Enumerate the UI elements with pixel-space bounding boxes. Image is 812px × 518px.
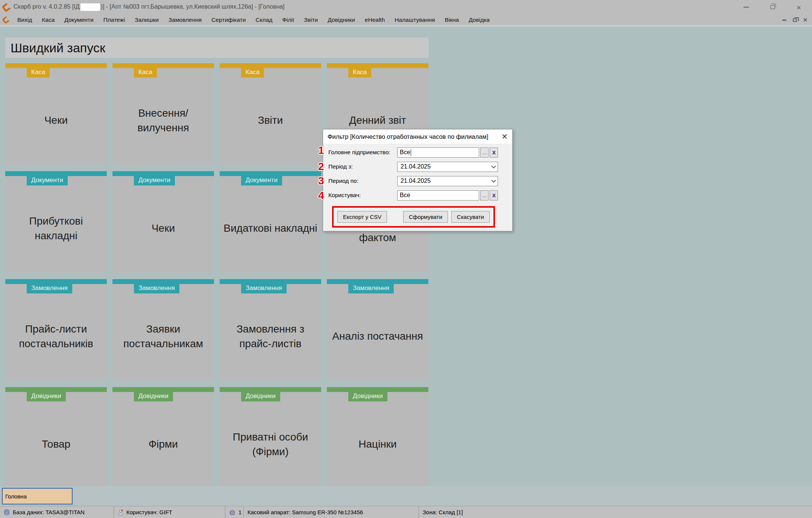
main-enterprise-input[interactable]: Все xyxy=(397,147,479,158)
field-row-main-enterprise: Головне підприемство: Все … X xyxy=(328,147,498,158)
cancel-button[interactable]: Скасувати xyxy=(451,211,490,223)
quick-launch-title: Швидкий запуск xyxy=(11,41,105,55)
period-to-dropdown[interactable]: 21.04.2025 xyxy=(397,176,498,186)
tile-label: Прибуткові накладні xyxy=(8,188,105,269)
tile-label: Чеки xyxy=(8,80,105,161)
tile-label: Заявки постачальникам xyxy=(115,296,212,377)
tile-category-badge: Документи xyxy=(241,171,282,185)
status-register-count-text: 1 xyxy=(238,509,241,515)
tile-zamovlennya-z-price-lystiv[interactable]: Замовлення Замовлення з прайс-листів xyxy=(220,279,321,381)
tile-category-label: Каса xyxy=(246,68,260,77)
mdi-minimize-button[interactable] xyxy=(779,15,789,24)
annotation-number-1: 1 xyxy=(318,144,324,156)
tab-holovna[interactable]: Головна xyxy=(2,488,73,504)
tile-category-badge: Каса xyxy=(241,63,264,77)
tile-category-badge: Довідники xyxy=(134,387,173,401)
chevron-down-icon xyxy=(491,164,496,169)
mdi-close-button[interactable]: × xyxy=(800,15,810,24)
tile-label: Внесення/вилучення xyxy=(115,80,212,161)
tile-cheky-dokumenty[interactable]: Документи Чеки xyxy=(112,171,214,273)
tile-firmy[interactable]: Довідники Фірми xyxy=(112,387,214,489)
tile-label: Товар xyxy=(8,404,105,485)
main-enterprise-clear-button[interactable]: X xyxy=(490,147,498,158)
app-icon xyxy=(2,2,11,12)
tile-category-label: Документи xyxy=(31,176,63,185)
tile-category-badge: Замовлення xyxy=(27,279,72,293)
field-row-user: Користувач: Все … X xyxy=(328,190,498,201)
tile-label: Прайс-листи постачальників xyxy=(8,296,105,377)
tile-prybutkovi-nakladni[interactable]: Документи Прибуткові накладні xyxy=(5,171,107,273)
tile-category-label: Документи xyxy=(246,176,278,185)
tile-vydatkovi-nakladni[interactable]: Документи Видаткові накладні xyxy=(220,171,321,273)
status-user: Користувач: GIFT xyxy=(114,506,225,518)
tile-category-label: Документи xyxy=(138,176,170,185)
filter-dialog-title: Фильтр [Количество отработанных часов по… xyxy=(328,133,488,140)
tile-category-badge: Замовлення xyxy=(134,279,179,293)
tile-label: Звіти xyxy=(222,80,319,161)
menu-windows[interactable]: Вікна xyxy=(440,14,464,26)
status-bar: База даних: TASA3@TITAN Користувач: GIFT… xyxy=(0,506,812,518)
menu-directories[interactable]: Довідники xyxy=(323,14,360,26)
user-input[interactable]: Все xyxy=(397,190,479,201)
tile-category-label: Каса xyxy=(31,68,45,77)
user-browse-button[interactable]: … xyxy=(480,190,489,201)
tile-zayavky-postachalnykam[interactable]: Замовлення Заявки постачальникам xyxy=(112,279,214,381)
tile-vnesennya-vyluchennya[interactable]: Каса Внесення/вилучення xyxy=(112,63,214,165)
user-label: Користувач: xyxy=(328,192,397,199)
close-icon: × xyxy=(797,3,801,11)
tile-category-label: Довідники xyxy=(246,392,276,401)
status-cash-device-text: Касовий апарат: Samsung ER-350 №123456 xyxy=(247,509,363,515)
tile-label: Фірми xyxy=(115,404,212,485)
tile-tovar[interactable]: Довідники Товар xyxy=(5,387,107,489)
minimize-button[interactable] xyxy=(733,0,759,14)
user-clear-button[interactable]: X xyxy=(490,190,498,201)
menu-orders[interactable]: Замовлення xyxy=(164,14,206,26)
export-csv-button[interactable]: Експорт у CSV xyxy=(337,211,387,223)
tile-category-label: Замовлення xyxy=(31,284,68,293)
status-database-text: База даних: TASA3@TITAN xyxy=(13,509,85,515)
period-to-label: Период по: xyxy=(328,178,397,184)
menu-kasa[interactable]: Каса xyxy=(37,14,59,26)
mdi-restore-button[interactable] xyxy=(789,15,800,24)
period-from-dropdown[interactable]: 21.04.2025 xyxy=(397,162,498,172)
menu-payments[interactable]: Платежі xyxy=(99,14,130,26)
menu-certificates[interactable]: Сертифікати xyxy=(206,14,250,26)
close-button[interactable]: × xyxy=(786,0,812,14)
tile-analiz-postachannya[interactable]: Замовлення Аналіз постачання xyxy=(327,279,428,381)
mdi-close-icon: × xyxy=(803,16,807,24)
highlight-rectangle: Експорт у CSV Сформувати Скасувати xyxy=(332,206,495,228)
tile-pryvatni-osoby[interactable]: Довідники Приватні особи (Фірми) xyxy=(220,387,321,489)
restore-button[interactable] xyxy=(759,0,786,14)
tile-label: Приватні особи (Фірми) xyxy=(222,404,319,485)
tile-color-bar xyxy=(220,63,321,68)
period-from-value: 21.04.2025 xyxy=(401,163,431,170)
annotation-number-2: 2 xyxy=(318,161,324,173)
user-value: Все xyxy=(400,192,410,199)
tile-cheky-kasa[interactable]: Каса Чеки xyxy=(5,63,107,165)
window-title-suffix: )] - [Апт №003 пгт.Барышевка, ул.Киевски… xyxy=(101,3,285,10)
field-row-period-from: Період з: 21.04.2025 xyxy=(328,161,498,172)
menu-documents[interactable]: Документи xyxy=(59,14,98,26)
generate-button[interactable]: Сформувати xyxy=(403,211,448,223)
tile-color-bar xyxy=(112,63,214,68)
tab-row: Головна xyxy=(0,486,812,506)
tile-price-lists-postachalnykiv[interactable]: Замовлення Прайс-листи постачальників xyxy=(5,279,107,381)
status-user-text: Користувач: GIFT xyxy=(126,509,172,515)
dialog-close-button[interactable]: ✕ xyxy=(501,133,508,140)
main-enterprise-browse-button[interactable]: … xyxy=(480,147,489,158)
menu-help[interactable]: Довідка xyxy=(464,14,495,26)
status-cash-device: Касовий апарат: Samsung ER-350 №123456 xyxy=(243,506,419,518)
menu-warehouse[interactable]: Склад xyxy=(250,14,277,26)
menu-reports[interactable]: Звіти xyxy=(299,14,323,26)
menu-stocks[interactable]: Залишки xyxy=(130,14,164,26)
menu-settings[interactable]: Налаштування xyxy=(390,14,440,26)
filter-dialog-titlebar[interactable]: Фильтр [Количество отработанных часов по… xyxy=(323,129,512,144)
tile-zvity[interactable]: Каса Звіти xyxy=(220,63,321,165)
redaction-box xyxy=(80,3,100,11)
quick-launch-grid: Каса Чеки Каса Внесення/вилучення Каса З… xyxy=(5,63,428,489)
tile-natsinky[interactable]: Довідники Націнки xyxy=(327,387,428,489)
menu-ehealth[interactable]: eHealth xyxy=(360,14,390,26)
menu-exit[interactable]: Вихід xyxy=(12,14,37,26)
filter-dialog-body: Головне підприемство: Все … X Період з: … xyxy=(323,144,512,228)
menu-branches[interactable]: Філії xyxy=(277,14,299,26)
